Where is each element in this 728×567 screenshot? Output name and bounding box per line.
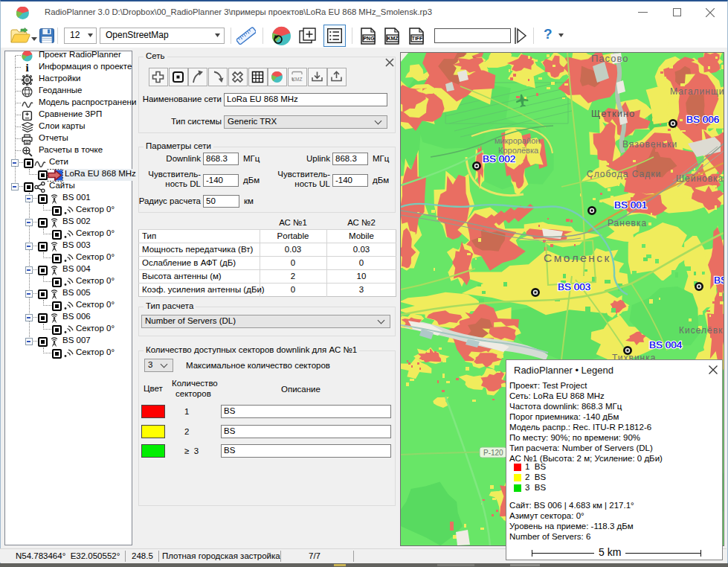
svg-text:Раневка: Раневка xyxy=(608,218,647,228)
svg-text:Магалинщина: Магалинщина xyxy=(670,86,724,97)
svg-text:BS 006: BS 006 xyxy=(686,114,719,125)
svg-text:Вязовеньки: Вязовеньки xyxy=(622,139,677,150)
svg-text:BS 004: BS 004 xyxy=(649,339,683,350)
svg-text:BS 001: BS 001 xyxy=(614,199,647,211)
svg-text:BS 002: BS 002 xyxy=(483,153,515,164)
svg-text:Пасово: Пасово xyxy=(591,53,628,64)
svg-text:Шейновка: Шейновка xyxy=(676,173,724,184)
svg-text:Смоленск: Смоленск xyxy=(544,252,611,264)
svg-text:BS 00: BS 00 xyxy=(714,275,724,286)
svg-text:BS 003: BS 003 xyxy=(558,281,590,292)
svg-text:KMZ: KMZ xyxy=(292,77,303,82)
svg-text:Р-120: Р-120 xyxy=(483,449,503,457)
svg-text:Слобода Садки: Слобода Садки xyxy=(587,169,661,179)
svg-text:Киселёвка: Киселёвка xyxy=(679,325,724,336)
svg-text:микрорайон: микрорайон xyxy=(495,136,540,145)
svg-text:Щеткино: Щеткино xyxy=(591,108,635,119)
